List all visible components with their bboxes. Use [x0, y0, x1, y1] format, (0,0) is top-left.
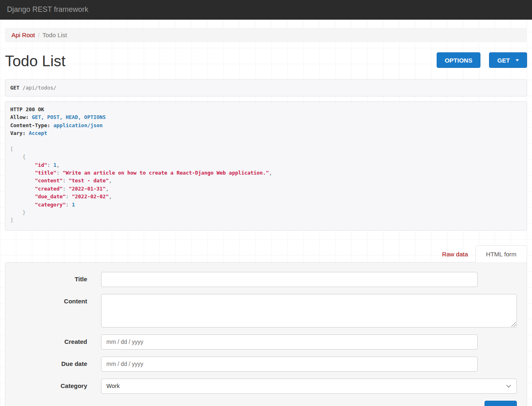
- breadcrumb-current: Todo List: [43, 31, 67, 38]
- form-tabs: Raw data HTML form: [5, 245, 527, 262]
- toolbar: OPTIONS GET: [437, 52, 527, 68]
- navbar: Django REST framework: [0, 0, 532, 20]
- breadcrumb: Api Root/Todo List: [5, 28, 527, 42]
- form-row-category: Category Work: [15, 379, 517, 394]
- get-button-label: GET: [497, 57, 510, 64]
- chevron-down-icon: [506, 383, 511, 388]
- get-dropdown-button[interactable]: GET: [489, 52, 527, 68]
- html-form-panel: Title Content Created Due date: [5, 262, 527, 406]
- content-label: Content: [15, 294, 87, 327]
- response-panel: HTTP 200 OK Allow: GET, POST, HEAD, OPTI…: [5, 101, 527, 231]
- tab-raw-data[interactable]: Raw data: [438, 246, 471, 262]
- category-select[interactable]: Work: [101, 379, 517, 394]
- page-title: Todo List: [5, 52, 65, 70]
- form-row-content: Content: [15, 294, 517, 327]
- caret-down-icon: [516, 59, 519, 61]
- form-row-title: Title: [15, 272, 517, 287]
- created-date-input[interactable]: [101, 334, 478, 350]
- content-textarea[interactable]: [101, 294, 517, 327]
- navbar-brand-link[interactable]: Django REST framework: [7, 5, 88, 14]
- category-select-value: Work: [106, 383, 119, 389]
- title-label: Title: [15, 272, 87, 287]
- form-row-created: Created: [15, 334, 517, 350]
- options-button[interactable]: OPTIONS: [437, 52, 481, 68]
- form-actions: POST: [15, 401, 517, 406]
- request-path: /api/todos/: [20, 85, 56, 91]
- request-panel: GET /api/todos/: [5, 79, 527, 96]
- form-row-due-date: Due date: [15, 357, 517, 372]
- title-input[interactable]: [101, 272, 478, 287]
- tab-html-form[interactable]: HTML form: [476, 245, 527, 262]
- response-body: HTTP 200 OK Allow: GET, POST, HEAD, OPTI…: [10, 105, 522, 224]
- page-header: Todo List OPTIONS GET: [5, 52, 527, 70]
- created-label: Created: [15, 334, 87, 350]
- breadcrumb-separator: /: [35, 31, 43, 38]
- request-method: GET: [10, 85, 20, 91]
- post-button[interactable]: POST: [485, 401, 517, 406]
- category-label: Category: [15, 379, 87, 394]
- breadcrumb-api-root-link[interactable]: Api Root: [11, 31, 35, 38]
- due-date-label: Due date: [15, 357, 87, 372]
- due-date-input[interactable]: [101, 357, 478, 372]
